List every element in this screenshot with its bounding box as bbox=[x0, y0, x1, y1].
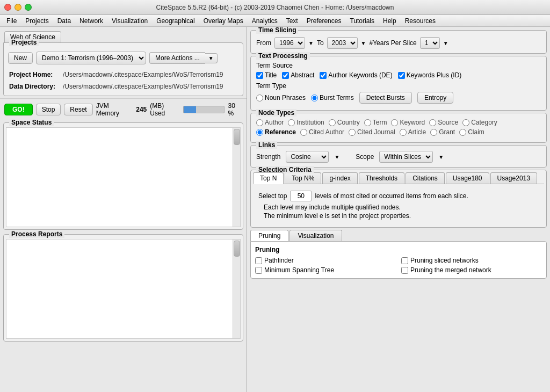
node-article[interactable]: Article bbox=[400, 128, 426, 136]
process-reports-scroll-thumb[interactable] bbox=[234, 241, 240, 257]
more-actions-dropdown[interactable]: ▼ bbox=[205, 53, 218, 63]
node-country[interactable]: Country bbox=[329, 119, 360, 126]
detect-bursts-button[interactable]: Detect Bursts bbox=[359, 92, 412, 104]
pruning-sliced-checkbox[interactable] bbox=[401, 257, 408, 264]
text-processing-content: Term Source Title Abstract Author Key bbox=[251, 56, 546, 110]
menu-analytics[interactable]: Analytics bbox=[248, 16, 282, 26]
node-institution[interactable]: Institution bbox=[288, 119, 324, 126]
keywords-plus-checkbox-item: Keywords Plus (ID) bbox=[398, 71, 462, 79]
scope-dropdown-icon: ▼ bbox=[438, 154, 444, 160]
node-grant[interactable]: Grant bbox=[430, 128, 455, 136]
menu-geographical[interactable]: Geographical bbox=[152, 16, 199, 26]
time-slicing-content: From 1996 ▼ To 2003 ▼ #Years Per Slice 1… bbox=[251, 31, 546, 53]
space-status-label: Space Status bbox=[9, 119, 54, 126]
node-claim[interactable]: Claim bbox=[459, 128, 484, 136]
menu-overlay-maps[interactable]: Overlay Maps bbox=[199, 16, 248, 26]
menu-visualization[interactable]: Visualization bbox=[107, 16, 152, 26]
pruning-tab-pruning[interactable]: Pruning bbox=[250, 230, 288, 241]
projects-section-label: Projects bbox=[9, 39, 39, 46]
to-select[interactable]: 2003 bbox=[327, 37, 358, 49]
select-top-desc3: The minimum level e is set in the projec… bbox=[258, 212, 539, 220]
node-cited-journal[interactable]: Cited Journal bbox=[349, 128, 395, 136]
pathfinder-item: Pathfinder bbox=[255, 257, 396, 264]
main-content: Web of Science Projects New Demo 1: Terr… bbox=[0, 27, 550, 392]
node-author[interactable]: Author bbox=[256, 119, 284, 126]
from-select[interactable]: 1996 bbox=[274, 37, 305, 49]
space-status-scroll-thumb[interactable] bbox=[234, 129, 240, 145]
title-checkbox[interactable] bbox=[256, 72, 263, 79]
window-controls[interactable] bbox=[4, 4, 32, 11]
pruning-tab-visualization[interactable]: Visualization bbox=[290, 230, 342, 241]
pruning-merged-label: Pruning the merged network bbox=[410, 266, 491, 274]
menu-help[interactable]: Help bbox=[379, 16, 401, 26]
burst-terms-radio-item: Burst Terms bbox=[311, 94, 354, 101]
tab-top-n[interactable]: Top N bbox=[253, 172, 284, 184]
jvm-memory-label: JVM Memory bbox=[96, 102, 133, 117]
node-source[interactable]: Source bbox=[429, 119, 458, 126]
tab-g-index[interactable]: g-index bbox=[322, 172, 357, 184]
process-reports-scrollbar[interactable] bbox=[233, 239, 240, 338]
minimize-button[interactable] bbox=[15, 4, 21, 11]
close-button[interactable] bbox=[4, 4, 11, 11]
strength-dropdown-icon: ▼ bbox=[334, 154, 339, 160]
menu-tutorials[interactable]: Tutorials bbox=[345, 16, 379, 26]
maximize-button[interactable] bbox=[25, 4, 32, 11]
select-top-input[interactable] bbox=[290, 191, 312, 201]
menu-resources[interactable]: Resources bbox=[401, 16, 440, 26]
tab-usage2013[interactable]: Usage2013 bbox=[490, 172, 537, 184]
burst-terms-radio[interactable] bbox=[311, 95, 318, 101]
author-keywords-checkbox[interactable] bbox=[320, 72, 327, 79]
space-status-scrollbar[interactable] bbox=[233, 128, 240, 227]
noun-phrases-label: Noun Phrases bbox=[265, 94, 306, 101]
tab-citations[interactable]: Citations bbox=[406, 172, 445, 184]
scope-select[interactable]: Within Slices bbox=[379, 151, 433, 163]
years-per-slice-select[interactable]: 1 bbox=[420, 37, 440, 49]
title-label: Title bbox=[265, 71, 277, 79]
project-home-row: Project Home: /Users/macdown/.citespace/… bbox=[4, 69, 243, 81]
window-title: CiteSpace 5.5.R2 (64-bit) - (c) 2003-201… bbox=[156, 4, 394, 11]
keywords-plus-checkbox[interactable] bbox=[398, 72, 405, 79]
project-home-label: Project Home: bbox=[9, 71, 63, 78]
go-button[interactable]: GO! bbox=[4, 104, 33, 115]
pruning-merged-checkbox[interactable] bbox=[401, 267, 408, 274]
menu-file[interactable]: File bbox=[2, 16, 21, 26]
years-per-slice-label: #Years Per Slice bbox=[370, 39, 417, 47]
select-top-desc2: Each level may include multiple qualifie… bbox=[258, 204, 539, 211]
menu-text[interactable]: Text bbox=[282, 16, 302, 26]
tab-usage180[interactable]: Usage180 bbox=[446, 172, 489, 184]
keywords-plus-label: Keywords Plus (ID) bbox=[407, 71, 462, 79]
node-types-label: Node Types bbox=[256, 109, 296, 117]
new-button[interactable]: New bbox=[8, 52, 33, 64]
node-category[interactable]: Category bbox=[462, 119, 497, 126]
abstract-checkbox[interactable] bbox=[282, 72, 289, 79]
more-actions-button[interactable]: More Actions ... bbox=[149, 52, 205, 64]
tab-thresholds[interactable]: Thresholds bbox=[359, 172, 404, 184]
node-types-content: Author Institution Country Term Keyword … bbox=[251, 113, 546, 142]
pruning-sliced-label: Pruning sliced networks bbox=[410, 257, 479, 264]
node-term[interactable]: Term bbox=[364, 119, 387, 126]
pathfinder-checkbox[interactable] bbox=[255, 257, 262, 264]
slice-dropdown-icon: ▼ bbox=[443, 40, 448, 46]
project-select[interactable]: Demo 1: Terrorism (1996–2003) bbox=[36, 52, 146, 64]
node-keyword[interactable]: Keyword bbox=[391, 119, 425, 126]
author-keywords-checkbox-item: Author Keywords (DE) bbox=[320, 71, 392, 79]
node-reference[interactable]: Reference bbox=[256, 128, 296, 136]
menu-projects[interactable]: Projects bbox=[21, 16, 53, 26]
tab-top-n-pct[interactable]: Top N% bbox=[285, 172, 321, 184]
term-type-radios: Noun Phrases Burst Terms Detect Bursts E… bbox=[256, 92, 541, 104]
node-cited-author[interactable]: Cited Author bbox=[300, 128, 344, 136]
menu-network[interactable]: Network bbox=[75, 16, 107, 26]
node-types-section: Node Types Author Institution Country Te… bbox=[250, 113, 547, 143]
node-row-2: Reference Cited Author Cited Journal Art… bbox=[256, 128, 541, 136]
menu-preferences[interactable]: Preferences bbox=[302, 16, 346, 26]
stop-button[interactable]: Stop bbox=[36, 104, 61, 115]
noun-phrases-radio[interactable] bbox=[256, 95, 263, 101]
noun-phrases-radio-item: Noun Phrases bbox=[256, 94, 306, 101]
menu-data[interactable]: Data bbox=[53, 16, 75, 26]
abstract-checkbox-item: Abstract bbox=[282, 71, 314, 79]
strength-select[interactable]: Cosine bbox=[286, 151, 329, 163]
entropy-button[interactable]: Entropy bbox=[417, 92, 453, 104]
select-top-row: Select top levels of most cited or occur… bbox=[258, 191, 539, 201]
min-spanning-checkbox[interactable] bbox=[255, 267, 262, 274]
reset-button[interactable]: Reset bbox=[64, 104, 92, 115]
